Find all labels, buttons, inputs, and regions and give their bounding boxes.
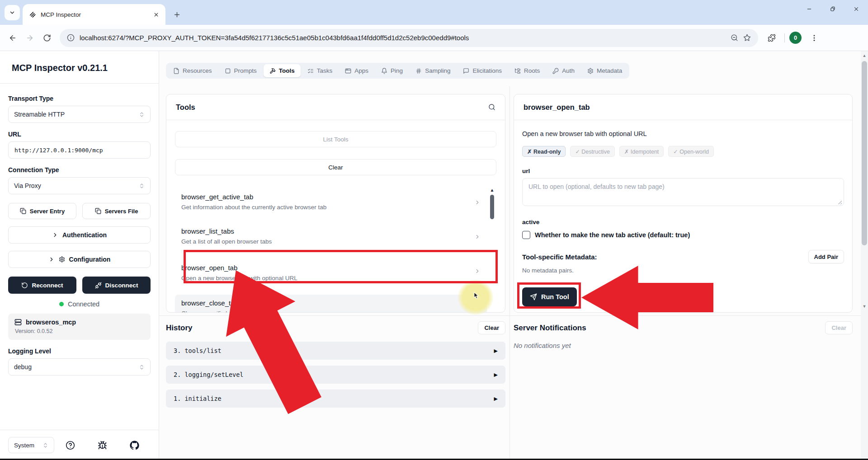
tool-item-browser-get-active-tab[interactable]: browser_get_active_tab Get information a… bbox=[175, 188, 487, 216]
copy-icon bbox=[20, 208, 26, 214]
browser-menu-icon[interactable] bbox=[806, 30, 822, 46]
badge-read-only: ✗ Read-only bbox=[522, 146, 566, 157]
back-button[interactable] bbox=[5, 30, 21, 46]
chevron-right-icon bbox=[474, 199, 481, 206]
tab-search-button[interactable] bbox=[5, 5, 20, 20]
tab-auth[interactable]: Auth bbox=[547, 64, 580, 77]
apps-icon bbox=[345, 68, 351, 74]
tool-detail-title: browser_open_tab bbox=[524, 103, 590, 112]
tab-sampling[interactable]: Sampling bbox=[410, 64, 456, 77]
site-info-icon[interactable] bbox=[67, 34, 75, 42]
tab-apps[interactable]: Apps bbox=[339, 64, 374, 77]
scrollbar-thumb[interactable] bbox=[862, 61, 867, 245]
active-param-description: Whether to make the new tab active (defa… bbox=[535, 231, 690, 239]
reconnect-button[interactable]: Reconnect bbox=[8, 277, 76, 294]
chevrons-up-down-icon bbox=[139, 112, 145, 117]
reload-button[interactable] bbox=[39, 30, 55, 46]
github-button[interactable] bbox=[118, 441, 151, 450]
url-bar[interactable]: localhost:6274/?MCP_PROXY_AUTH_TOKEN=3fa… bbox=[60, 29, 758, 47]
url-text[interactable]: localhost:6274/?MCP_PROXY_AUTH_TOKEN=3fa… bbox=[80, 34, 726, 42]
servers-file-button[interactable]: Servers File bbox=[82, 203, 151, 219]
window-controls bbox=[797, 0, 868, 18]
profile-avatar[interactable]: 0 bbox=[789, 32, 802, 44]
sidebar-footer: System bbox=[0, 430, 159, 460]
history-entry-tools-list[interactable]: 3. tools/list ▶ bbox=[166, 342, 505, 360]
server-entry-button[interactable]: Server Entry bbox=[8, 203, 76, 219]
rotate-ccw-icon bbox=[21, 282, 28, 289]
theme-select[interactable]: System bbox=[8, 437, 54, 453]
annotation-box-browser-open-tab bbox=[184, 250, 498, 283]
tab-prompts[interactable]: Prompts bbox=[219, 64, 263, 77]
transport-type-label: Transport Type bbox=[8, 95, 151, 102]
tab-tools[interactable]: Tools bbox=[264, 64, 301, 77]
forward-button[interactable] bbox=[22, 30, 38, 46]
tab-tasks[interactable]: Tasks bbox=[302, 64, 339, 77]
browser-tab-title: MCP Inspector bbox=[41, 11, 151, 18]
expand-triangle-icon[interactable]: ▶ bbox=[494, 396, 498, 402]
chevrons-up-down-icon bbox=[139, 183, 145, 189]
history-entry-logging-setlevel[interactable]: 2. logging/setLevel ▶ bbox=[166, 366, 505, 384]
expand-triangle-icon[interactable]: ▶ bbox=[494, 348, 498, 354]
tab-resources[interactable]: Resources bbox=[167, 64, 218, 77]
transport-type-select[interactable]: Streamable HTTP bbox=[8, 106, 151, 123]
logging-level-label: Logging Level bbox=[8, 347, 151, 355]
history-clear-button[interactable]: Clear bbox=[478, 321, 505, 334]
browser-toolbar: localhost:6274/?MCP_PROXY_AUTH_TOKEN=3fa… bbox=[0, 25, 868, 51]
tool-item-browser-close-tab[interactable]: browser_close_tab Close a specific brows… bbox=[175, 295, 487, 313]
tab-roots[interactable]: Roots bbox=[509, 64, 546, 77]
active-param-label: active bbox=[522, 219, 844, 225]
list-tools-button[interactable]: List Tools bbox=[175, 131, 496, 147]
tools-hammer-icon bbox=[269, 68, 276, 74]
authentication-toggle[interactable]: Authentication bbox=[8, 226, 151, 244]
github-icon bbox=[130, 441, 139, 450]
bookmark-star-icon[interactable] bbox=[743, 34, 751, 42]
tab-ping[interactable]: Ping bbox=[375, 64, 409, 77]
window-restore-button[interactable] bbox=[821, 0, 844, 18]
connection-type-value: Via Proxy bbox=[14, 182, 41, 189]
search-icon[interactable] bbox=[488, 103, 495, 111]
zoom-out-icon[interactable] bbox=[731, 34, 738, 42]
tool-item-browser-list-tabs[interactable]: browser_list_tabs Get a list of all open… bbox=[175, 223, 487, 251]
scroll-up-icon[interactable]: ▲ bbox=[489, 188, 495, 192]
configuration-toggle[interactable]: Configuration bbox=[8, 251, 151, 268]
connection-status: Connected bbox=[8, 300, 151, 308]
page-scrollbar[interactable]: ▲ ▼ bbox=[861, 51, 868, 460]
bug-report-button[interactable] bbox=[86, 441, 118, 450]
clear-tools-button[interactable]: Clear bbox=[175, 159, 496, 175]
scroll-up-icon[interactable]: ▲ bbox=[861, 51, 868, 58]
history-entry-initialize[interactable]: 1. initialize ▶ bbox=[166, 390, 505, 408]
servers-file-label: Servers File bbox=[105, 208, 138, 215]
add-pair-button[interactable]: Add Pair bbox=[808, 250, 844, 263]
notifications-clear-button[interactable]: Clear bbox=[825, 321, 853, 334]
window-close-button[interactable] bbox=[844, 0, 868, 18]
scrollbar-thumb[interactable] bbox=[490, 195, 494, 219]
logging-level-select[interactable]: debug bbox=[8, 358, 151, 376]
new-tab-button[interactable] bbox=[170, 8, 184, 21]
extensions-icon[interactable] bbox=[764, 30, 780, 46]
help-button[interactable] bbox=[54, 441, 86, 450]
disconnect-label: Disconnect bbox=[105, 282, 138, 289]
url-field-label: URL bbox=[8, 131, 151, 138]
disconnect-button[interactable]: Disconnect bbox=[82, 277, 151, 294]
theme-value: System bbox=[14, 442, 34, 449]
tab-elicitations[interactable]: Elicitations bbox=[457, 64, 508, 77]
browser-tab[interactable]: MCP Inspector bbox=[23, 4, 165, 25]
connection-type-select[interactable]: Via Proxy bbox=[8, 177, 151, 194]
tab-close-icon[interactable] bbox=[151, 9, 161, 19]
metadata-label: Tool-specific Metadata: bbox=[522, 253, 597, 261]
chevron-right-icon bbox=[474, 234, 481, 240]
notifications-empty-text: No notifications yet bbox=[514, 342, 853, 349]
active-checkbox[interactable] bbox=[522, 231, 530, 239]
server-notifications-section: Server Notifications Clear No notificati… bbox=[514, 321, 853, 349]
app-title: MCP Inspector v0.21.1 bbox=[0, 51, 159, 84]
mcp-logo-icon bbox=[29, 11, 37, 19]
scroll-down-icon[interactable]: ▼ bbox=[861, 304, 868, 309]
url-param-input[interactable] bbox=[522, 178, 844, 206]
prompts-icon bbox=[225, 68, 231, 74]
server-url-input[interactable] bbox=[8, 141, 151, 159]
window-minimize-button[interactable] bbox=[797, 0, 821, 18]
expand-triangle-icon[interactable]: ▶ bbox=[494, 372, 498, 378]
tab-metadata[interactable]: Metadata bbox=[581, 64, 628, 77]
server-icon bbox=[14, 319, 22, 326]
elicitations-message-icon bbox=[463, 68, 469, 74]
